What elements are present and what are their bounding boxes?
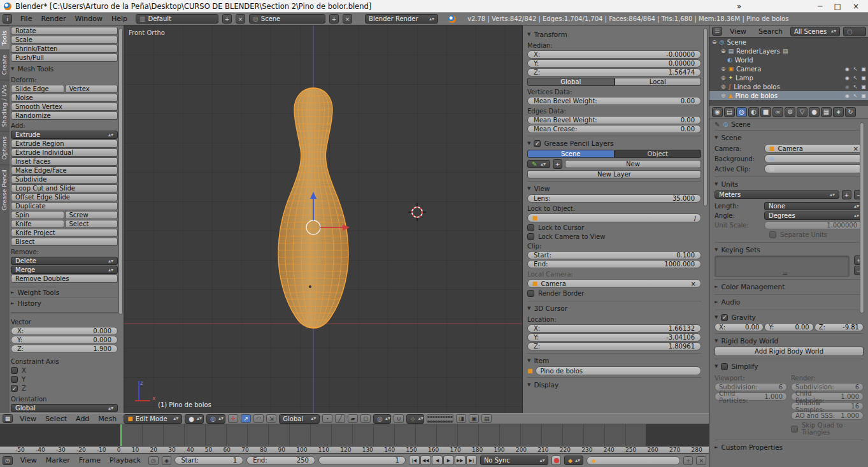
delete-keyframe-button[interactable]: × xyxy=(696,456,706,465)
face-select-button[interactable]: ▰ xyxy=(348,414,358,423)
lock-time-button[interactable]: ◈ xyxy=(162,456,172,465)
local-toggle[interactable]: Local xyxy=(615,78,702,86)
timeline-playhead[interactable] xyxy=(120,424,122,446)
current-frame-field[interactable]: 1 xyxy=(318,456,406,464)
gravity-field[interactable]: Z: -9.81 xyxy=(815,323,864,331)
menu-item[interactable]: Window xyxy=(71,15,107,23)
add-tool-button[interactable]: Duplicate xyxy=(11,202,118,210)
angle-dropdown[interactable]: Degrees ▴▾ xyxy=(764,212,864,220)
transform-tool-button[interactable]: Shrink/Fatten xyxy=(11,45,118,53)
expand-icon[interactable]: ⊕ xyxy=(721,66,726,72)
sync-dropdown[interactable]: No Sync ▴▾ xyxy=(480,456,549,465)
deform-tool-button[interactable]: Smooth Vertex xyxy=(11,103,118,111)
median-field[interactable]: Z:1.56474 xyxy=(527,68,701,76)
edge-bevel-weight-field[interactable]: Mean Bevel Weight:0.00 xyxy=(527,116,701,124)
cursor-location-field[interactable]: X:1.66132 xyxy=(527,324,701,333)
cursor-location-field[interactable]: Z:1.80961 xyxy=(527,342,701,350)
mode-dropdown[interactable]: ■ Edit Mode ▴▾ xyxy=(124,414,182,424)
screen-layout-dropdown[interactable]: ▥ Default xyxy=(136,14,218,24)
grease-pencil-checkbox[interactable] xyxy=(534,140,541,147)
viewport-menu-item[interactable]: Select xyxy=(41,415,71,423)
properties-tab[interactable]: ◐ xyxy=(748,107,759,117)
frame-end-field[interactable]: End:250 xyxy=(246,456,315,464)
mean-crease-field[interactable]: Mean Crease:0.00 xyxy=(527,125,701,133)
snap-magnet-button[interactable]: ∪ xyxy=(394,414,404,423)
translate-manipulator-button[interactable]: ↗ xyxy=(241,414,251,423)
playback-button[interactable]: ▶| xyxy=(466,456,477,465)
properties-tab[interactable]: ▦ xyxy=(821,107,832,117)
transform-tool-button[interactable]: Scale xyxy=(11,36,118,44)
outliner-row-lamp[interactable]: ⊕ ✦ Lamp ◉ ↖ ▣ xyxy=(709,73,868,82)
gp-brush-dropdown[interactable]: ✎ ▴▾ xyxy=(527,160,550,168)
outliner-search-menu[interactable]: Search xyxy=(754,27,787,36)
add-screen-button[interactable]: + xyxy=(222,14,232,24)
outliner-row-camera[interactable]: ⊕ ▣ Camera ◉ ↖ ▣ xyxy=(709,64,868,73)
gravity-checkbox[interactable] xyxy=(721,314,728,321)
transform-panel-header[interactable]: ▼ Transform xyxy=(527,29,701,40)
simplify-panel-header[interactable]: ▼ Simplify xyxy=(715,361,864,371)
outliner-row-pino[interactable]: ⊕ ▲ Pino de bolos ◉ ↖ ▣ xyxy=(709,91,868,100)
tool-shelf-tab[interactable]: Shading / UVs xyxy=(0,80,10,131)
mesh-tools-panel-header[interactable]: ▼ Mesh Tools xyxy=(11,64,118,74)
simplify-checkbox[interactable] xyxy=(721,363,728,370)
separate-units-checkbox[interactable] xyxy=(769,231,776,238)
pivot-point-dropdown[interactable]: ◎ ▴▾ xyxy=(206,414,225,424)
gravity-panel-header[interactable]: ▼ Gravity xyxy=(715,312,864,322)
render-restrict-icon[interactable]: ▣ xyxy=(861,75,866,81)
expand-icon[interactable]: ⊕ xyxy=(721,92,726,99)
hide-icon[interactable]: ◉ xyxy=(845,84,850,90)
audio-panel-header[interactable]: ► Audio xyxy=(715,297,864,307)
extrude-dropdown[interactable]: Extrude ▴▾ xyxy=(11,131,118,139)
selectable-icon[interactable]: ↖ xyxy=(853,84,858,90)
expand-icon[interactable]: ⊖ xyxy=(712,39,717,45)
constraint-y-checkbox[interactable] xyxy=(11,376,18,383)
viewport-shading-dropdown[interactable]: ● ▴▾ xyxy=(185,414,204,424)
scene-dropdown[interactable]: ◎ Scene xyxy=(249,14,325,24)
history-panel-header[interactable]: ► History xyxy=(11,298,118,308)
tool-shelf-tab[interactable]: Create xyxy=(0,50,10,80)
n-panel-scrollbar[interactable] xyxy=(703,28,708,206)
outliner-editor-type-dropdown[interactable]: ☰ xyxy=(712,27,722,36)
unit-system-dropdown[interactable]: Meters ▴▾ xyxy=(715,190,839,199)
screw-button[interactable]: Screw xyxy=(65,211,118,219)
clear-icon[interactable]: × xyxy=(691,280,696,287)
editor-type-dropdown[interactable]: ▦ xyxy=(3,414,13,423)
auto-keyframe-button[interactable] xyxy=(551,456,561,465)
vector-field[interactable]: Z: 1.900 xyxy=(11,345,118,353)
properties-tab[interactable]: ∗ xyxy=(833,107,844,117)
add-tool-button[interactable]: Loop Cut and Slide xyxy=(11,184,118,192)
view-panel-header[interactable]: ▼ View xyxy=(527,183,701,194)
constraint-z-checkbox[interactable] xyxy=(11,385,18,392)
playback-button[interactable]: ▶▶ xyxy=(455,456,466,465)
outliner-search-input[interactable]: ○ xyxy=(843,27,866,36)
item-panel-header[interactable]: ▼ Item xyxy=(527,356,701,366)
length-dropdown[interactable]: None ▴▾ xyxy=(764,202,864,210)
lock-camera-button[interactable]: ◨ xyxy=(456,414,466,423)
gravity-field[interactable]: X: 0.00 xyxy=(715,323,764,331)
outliner-row-world[interactable]: ◐ World xyxy=(709,55,868,64)
cursor-3d-panel-header[interactable]: ▼ 3D Cursor xyxy=(527,303,701,313)
add-tool-button[interactable]: Offset Edge Slide xyxy=(11,193,118,201)
properties-tab[interactable]: ▤ xyxy=(724,107,735,117)
median-field[interactable]: Y:0.00000 xyxy=(527,59,701,68)
gp-add-button[interactable]: + xyxy=(553,159,562,169)
custom-properties-panel-header[interactable]: ► Custom Properties xyxy=(715,442,864,452)
clear-icon[interactable]: × xyxy=(853,145,858,152)
keying-sets-list[interactable] xyxy=(715,255,850,277)
timeline-menu-item[interactable]: Frame xyxy=(75,456,105,464)
tool-shelf-scrollbar[interactable] xyxy=(118,28,123,315)
add-scene-button[interactable]: + xyxy=(329,14,339,24)
scale-manipulator-button[interactable]: ⇲ xyxy=(266,414,276,423)
eyedropper-icon[interactable]: ∕ xyxy=(694,215,696,222)
simplify-render-field[interactable]: AO and SSS: 1.000 xyxy=(791,412,864,420)
playback-button[interactable]: ▶ xyxy=(443,456,454,465)
lock-camera-checkbox[interactable] xyxy=(527,233,534,240)
menu-item[interactable]: File xyxy=(16,15,36,23)
selectable-icon[interactable]: ↖ xyxy=(853,66,858,72)
mesh-tool-button[interactable]: Knife Project xyxy=(11,229,118,237)
skip-quad-checkbox[interactable] xyxy=(791,426,798,433)
vector-field[interactable]: X: 0.000 xyxy=(11,327,118,335)
opengl-render-button[interactable]: ▣ xyxy=(469,414,479,423)
properties-tab[interactable]: ↻ xyxy=(845,107,856,117)
manipulator-axis-icon[interactable]: ✛ xyxy=(228,414,238,423)
